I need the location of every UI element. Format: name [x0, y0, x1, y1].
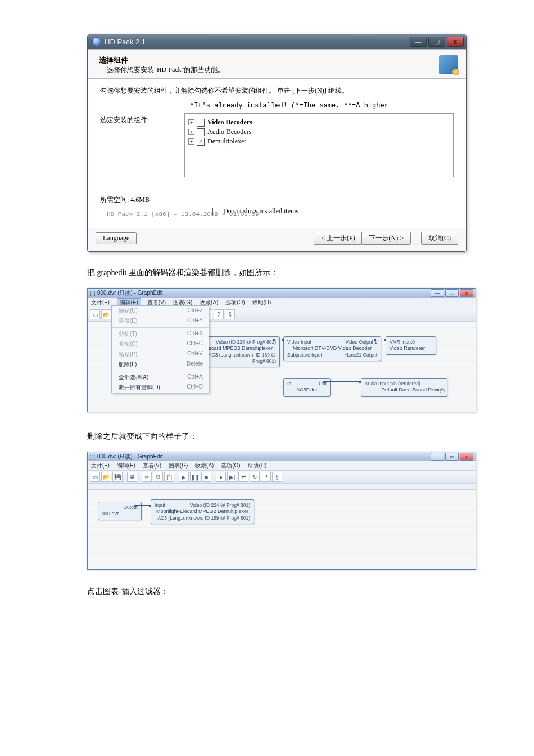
tb-help-icon[interactable]: ? — [261, 472, 271, 482]
ge-titlebar[interactable]: ⬚ 000.dvr (只读) - GraphEdit — ▭ x — [88, 289, 476, 298]
ge-app-icon: ⬚ — [90, 454, 95, 460]
menu-file[interactable]: 文件(F) — [91, 462, 110, 470]
checkbox-audio[interactable] — [197, 128, 205, 136]
tb-help-icon[interactable]: ? — [214, 309, 224, 320]
wire — [273, 340, 283, 340]
tb-new-icon[interactable]: ▭ — [90, 309, 100, 320]
maximize-button[interactable]: ▢ — [428, 37, 445, 47]
menu-copy[interactable]: 复制(C)Ctrl+C — [112, 339, 209, 349]
ge-app-icon: ⬚ — [90, 290, 95, 296]
menu-help[interactable]: 帮助(H) — [252, 299, 271, 307]
menu-file[interactable]: 文件(F) — [91, 299, 110, 307]
tb-save-icon[interactable]: 💾 — [112, 472, 123, 482]
tb-stop-icon[interactable]: ■ — [201, 472, 211, 482]
wire — [374, 340, 386, 340]
wire — [135, 505, 151, 506]
tb-open-icon[interactable]: 📂 — [101, 309, 111, 320]
ge-maximize-button[interactable]: ▭ — [445, 453, 459, 461]
ge-menubar-2[interactable]: 文件(F) 编辑(E) 查看(V) 图表(G) 收藏(A) 选项(O) 帮助(H… — [88, 461, 476, 471]
installer-titlebar[interactable]: HD Pack 2.1 — ▢ x — [88, 34, 466, 49]
checkbox-demux[interactable] — [197, 138, 205, 146]
ge-maximize-button[interactable]: ▭ — [445, 289, 459, 297]
menu-disconnect[interactable]: 断开所有管脚(D)Ctrl+D — [112, 382, 209, 393]
tree-item-audio-decoders[interactable]: + Audio Decoders — [188, 128, 450, 136]
installer-window: HD Pack 2.1 — ▢ x 选择组件 选择你想要安装"HD Pack"的… — [87, 34, 467, 252]
expand-icon[interactable]: + — [188, 129, 194, 135]
graphedit-window-1: ⬚ 000.dvr (只读) - GraphEdit — ▭ x 文件(F) 编… — [87, 288, 476, 412]
installer-subheading: 选择你想要安装"HD Pack"的那些功能。 — [107, 65, 439, 75]
ge-titlebar-2[interactable]: ⬚ 000.dvr (只读) - GraphEdit — ▭ x — [88, 452, 476, 461]
menu-fav[interactable]: 收藏(A) — [195, 462, 214, 470]
minimize-button[interactable]: — — [410, 37, 427, 47]
filter-directsound[interactable]: Audio Input pin (rendered) Default Direc… — [361, 378, 447, 397]
ge-canvas-2[interactable]: Output 000.dvr InputVideo (ID 224 @ Prog… — [88, 490, 476, 569]
menu-redo[interactable]: 重做(E)Ctrl+Y — [112, 316, 209, 326]
tb-rec-icon[interactable]: ● — [216, 472, 226, 482]
paragraph-2: 删除之后就变成下面的样子了： — [87, 431, 467, 442]
installer-icon — [92, 37, 101, 46]
tb-conn-icon[interactable]: ⇄ — [238, 472, 248, 482]
menu-delete[interactable]: 删除(L)Delete — [112, 359, 209, 370]
menu-graph[interactable]: 图表(G) — [169, 462, 188, 470]
ge-close-button[interactable]: x — [460, 453, 473, 461]
tb-info-icon[interactable]: § — [272, 472, 282, 482]
prev-button[interactable]: < 上一步(P) — [314, 232, 361, 245]
installer-title: HD Pack 2.1 — [105, 38, 146, 46]
ge-toolbar-2: ▭ 📂 💾 🖶 ✂ ⧉ 📋 ▶ ❚❚ ■ ● ▶| ⇄ ↻ ? § — [88, 471, 476, 484]
ge-close-button[interactable]: x — [460, 289, 473, 297]
checkbox-video[interactable] — [197, 119, 205, 127]
tb-refresh-icon[interactable]: ↻ — [250, 472, 260, 482]
tb-play-icon[interactable]: ▶ — [179, 472, 189, 482]
menu-edit[interactable]: 编辑(E) — [117, 462, 135, 470]
ge-minimize-button[interactable]: — — [431, 453, 444, 461]
expand-icon[interactable]: + — [188, 138, 194, 145]
expand-icon[interactable]: + — [188, 119, 194, 125]
installer-logo-icon — [439, 55, 458, 74]
components-tree[interactable]: + Video Decoders + Audio Decoders + Demu… — [184, 113, 454, 177]
menu-opt[interactable]: 选项(O) — [225, 299, 245, 307]
installer-heading: 选择组件 — [99, 55, 439, 65]
menu-select-all[interactable]: 全部选择(A)Ctrl+A — [112, 372, 209, 382]
paragraph-3: 点击图表-插入过滤器： — [87, 587, 467, 597]
filter-moonlight-demux[interactable]: InputVideo (ID 224 @ Prog# 801) Moonligh… — [151, 500, 254, 524]
tb-new-icon[interactable]: ▭ — [90, 472, 100, 482]
tb-info-icon[interactable]: § — [225, 309, 235, 320]
ge-title-2: 000.dvr (只读) - GraphEdit — [97, 453, 163, 461]
installer-version: HD Pack 2.1 [x86] - 13.04.2009 > 01:03:5… — [107, 211, 454, 218]
ge-minimize-button[interactable]: — — [431, 289, 444, 297]
wire — [324, 381, 361, 382]
close-button[interactable]: x — [447, 37, 464, 47]
edit-dropdown[interactable]: 撤销(U)Ctrl+Z 重做(E)Ctrl+Y 剪切(T)Ctrl+X 复制(C… — [111, 305, 209, 393]
tb-paste-icon[interactable]: 📋 — [164, 472, 174, 482]
menu-paste[interactable]: 粘贴(P)Ctrl+V — [112, 349, 209, 359]
menu-opt[interactable]: 选项(O) — [221, 462, 240, 470]
tb-seek-icon[interactable]: ▶| — [227, 472, 237, 482]
tb-open-icon[interactable]: 📂 — [101, 472, 111, 482]
menu-view[interactable]: 查看(V) — [143, 462, 161, 470]
language-button[interactable]: Language — [96, 232, 137, 244]
graphedit-window-2: ⬚ 000.dvr (只读) - GraphEdit — ▭ x 文件(F) 编… — [87, 452, 476, 570]
required-space-label: 所需空间: 4.6MB — [100, 193, 184, 205]
filter-ms-decoder[interactable]: Video InputVideo Output 1 Microsoft DTV-… — [283, 336, 381, 361]
menu-undo[interactable]: 撤销(U)Ctrl+Z — [112, 306, 209, 316]
menu-cut[interactable]: 剪切(T)Ctrl+X — [112, 329, 209, 339]
filter-video-renderer[interactable]: VMR Input0 Video Renderer — [386, 336, 436, 355]
tb-copy-icon[interactable]: ⧉ — [153, 472, 163, 482]
installer-instruction: 勾选你想要安装的组件，并解除勾选你不希望安装的组件。 单击 [下一步(N)] 继… — [100, 86, 454, 96]
ge-title: 000.dvr (只读) - GraphEdit — [97, 289, 163, 297]
tree-item-video-decoders[interactable]: + Video Decoders — [188, 118, 450, 127]
paragraph-1: 把 graphedit 里面的解码器和渲染器都删除，如图所示： — [87, 268, 467, 278]
tree-item-demultiplexer[interactable]: + Demultiplexer — [188, 137, 450, 146]
cancel-button[interactable]: 取消(C) — [421, 232, 458, 245]
already-installed-note: *It's already installed! (*=The same, **… — [190, 102, 454, 110]
tb-cut-icon[interactable]: ✂ — [142, 472, 152, 482]
tb-print-icon[interactable]: 🖶 — [127, 472, 137, 482]
menu-help[interactable]: 帮助(H) — [247, 462, 266, 470]
installer-header: 选择组件 选择你想要安装"HD Pack"的那些功能。 — [88, 50, 466, 79]
tb-pause-icon[interactable]: ❚❚ — [190, 472, 200, 482]
select-components-label: 选定安装的组件: — [100, 113, 184, 125]
filter-demux[interactable]: Video (ID 224 @ Prog# 801) Elecard MPEG2… — [200, 336, 280, 367]
next-button[interactable]: 下一步(N) > — [361, 232, 411, 245]
